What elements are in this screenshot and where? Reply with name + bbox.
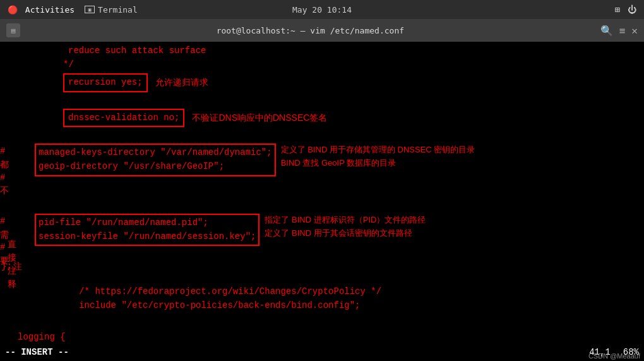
datetime-text: May 20 10:14 [292,5,352,15]
system-bar-left: 🔴 Activities ▣ Terminal [8,5,138,15]
managed-keys-annotation: 定义了 BIND 用于存储其管理的 DNSSEC 密钥的目录 [281,144,475,157]
geoip-line: geoip-directory "/usr/share/GeoIP"; [39,160,272,174]
editor-line-4: dnssec-validation no; 不验证DNS响应中的DNSSEC签名 [0,109,644,128]
managed-geoip-block: # 都 # 不 managed-keys-directory "/var/nam… [0,144,644,197]
line-content-semi: /* https://fedoraproject.org/wiki/Change… [18,285,644,299]
managed-geoip-box: managed-keys-directory "/var/named/dynam… [35,144,276,176]
semicolon-char: }; [1,260,12,274]
line-content-2: */ [18,58,644,72]
recursion-box: recursion yes; [63,73,148,92]
blank-line-b [0,128,644,142]
chinese-zhi: 直 [8,238,16,251]
line-content-logging: logging { [18,331,644,344]
editor-line-semi: /* https://fedoraproject.org/wiki/Change… [0,285,644,299]
editor-line-include: include "/etc/crypto-policies/back-ends/… [0,299,644,313]
blank-line-e [0,313,644,327]
window-controls: 🔍 ≡ ✕ [600,25,638,37]
activities-icon: 🔴 [8,5,18,15]
blank-line-a [0,94,644,107]
power-icon[interactable]: ⏻ [628,4,636,15]
terminal-button[interactable]: ▣ Terminal [85,5,138,15]
menu-button[interactable]: ≡ [619,25,626,37]
hash-4: # [0,241,5,255]
session-keyfile-line: session-keyfile "/run/named/session.key"… [39,230,256,244]
system-bar-datetime: May 20 10:14 [292,5,352,15]
hash-2: # [0,171,5,185]
status-bar: -- INSERT -- 41,1 68% CSDN @Meaauf [0,343,644,361]
hash-chinese-right: # 需 # 要 [0,214,35,267]
line-content-include: include "/etc/crypto-policies/back-ends/… [18,299,644,313]
system-bar-right: ⊞ ⏻ [615,4,636,15]
activities-label: Activities [25,5,75,15]
terminal-icon: ▣ [85,6,95,13]
activities-button[interactable]: 🔴 Activities [8,5,75,15]
close-button[interactable]: ✕ [631,25,638,37]
geoip-annotation: BIND 查找 GeoIP 数据库的目录 [281,157,475,170]
chinese-zhu2: 注 [13,260,22,274]
chinese-bu: 不 [0,185,9,197]
recursion-annotation: 允许递归请求 [155,76,208,90]
session-annotation: 定义了 BIND 用于其会话密钥的文件路径 [265,227,426,240]
pid-session-annotations: 指定了 BIND 进程标识符（PID）文件的路径 定义了 BIND 用于其会话密… [259,214,426,240]
terminal-label: Terminal [98,5,138,15]
editor-area[interactable]: reduce such attack surface */ recursion … [0,42,644,343]
insert-mode: -- INSERT -- [5,347,69,357]
managed-keys-line: managed-keys-directory "/var/named/dynam… [39,146,272,160]
window-icon: ▤ [6,23,20,37]
editor-line-logging: logging { [0,331,644,344]
system-bar: 🔴 Activities ▣ Terminal May 20 10:14 ⊞ ⏻ [0,0,644,19]
title-bar: ▤ root@localhost:~ — vim /etc/named.conf… [0,19,644,42]
network-icon: ⊞ [615,4,620,15]
editor-line-3: recursion yes; 允许递归请求 [0,73,644,92]
semicolon-chinese-row: }; 注 [1,260,22,274]
hash-chinese-left: # 都 # 不 [0,144,35,197]
editor-line-1: reduce such attack surface [0,44,644,58]
blank-line-d [0,269,644,283]
pid-session-block: # 需 # 要 pid-file "/run/named/named.pid";… [0,214,644,267]
managed-geoip-annotations: 定义了 BIND 用于存储其管理的 DNSSEC 密钥的目录 BIND 查找 G… [276,144,475,170]
window-title: root@localhost:~ — vim /etc/named.conf [20,26,600,35]
line-content-1: reduce such attack surface [18,44,644,58]
pid-file-line: pid-file "/run/named/named.pid"; [39,216,256,230]
hash-1: # [0,145,5,159]
blank-line-c [0,199,644,212]
dnssec-annotation: 不验证DNS响应中的DNSSEC签名 [192,111,327,125]
chinese-du: 都 [0,159,9,171]
watermark-text: CSDN @Meaauf [588,352,640,360]
hash-3: # [0,215,5,229]
dnssec-box: dnssec-validation no; [63,109,184,128]
pid-annotation: 指定了 BIND 进程标识符（PID）文件的路径 [265,214,426,227]
pid-session-box: pid-file "/run/named/named.pid"; session… [35,214,259,246]
editor-line-2: */ [0,58,644,72]
search-button[interactable]: 🔍 [600,25,613,37]
